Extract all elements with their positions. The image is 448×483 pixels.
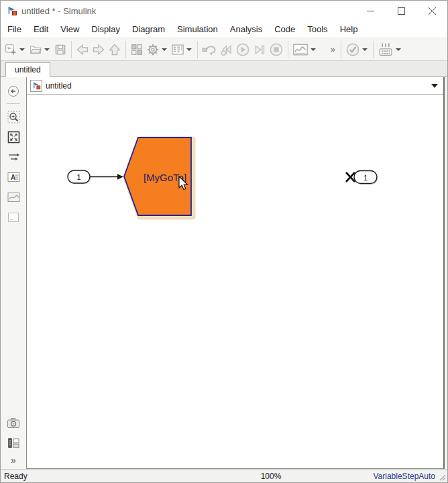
forward-button[interactable] — [91, 40, 107, 59]
camera-icon — [7, 417, 20, 429]
fast-restart-button[interactable] — [201, 40, 218, 59]
new-model-dropdown[interactable] — [19, 48, 25, 51]
data-inspector-icon — [292, 42, 309, 57]
update-diagram-dropdown[interactable] — [396, 48, 401, 51]
minimize-button[interactable] — [355, 1, 386, 21]
run-button[interactable] — [234, 40, 251, 59]
toolbar-separator — [125, 41, 126, 58]
menu-bar: File Edit View Display Diagram Simulatio… — [1, 21, 447, 38]
fit-to-view-button[interactable] — [5, 128, 22, 146]
model-advisor-check-icon — [345, 42, 360, 57]
open-folder-icon — [30, 44, 42, 56]
stop-button[interactable] — [268, 40, 285, 59]
menu-tools[interactable]: Tools — [301, 21, 333, 37]
model-configuration-dropdown[interactable] — [186, 48, 192, 51]
outport-block[interactable]: 1 — [346, 171, 378, 185]
up-button[interactable] — [107, 40, 123, 59]
image-icon — [7, 192, 20, 203]
menu-simulation[interactable]: Simulation — [171, 21, 224, 37]
palette-sidebar: A — [1, 77, 26, 469]
menu-diagram[interactable]: Diagram — [126, 21, 171, 37]
menu-file[interactable]: File — [1, 21, 27, 37]
inport-block[interactable]: 1 — [68, 170, 91, 184]
toolbar-separator — [71, 41, 72, 58]
toolbar-separator — [341, 41, 341, 58]
image-button[interactable] — [5, 189, 22, 206]
tab-untitled[interactable]: untitled — [5, 62, 50, 77]
open-button[interactable] — [27, 40, 44, 59]
simulink-window: untitled * - Simulink File Edit View Dis… — [0, 0, 448, 483]
data-inspector-button[interactable] — [291, 40, 310, 59]
annotation-icon: A — [7, 172, 20, 182]
model-configuration-button[interactable] — [170, 40, 186, 59]
menu-code[interactable]: Code — [268, 21, 301, 37]
model-settings-button[interactable] — [145, 40, 161, 59]
signal-line[interactable] — [90, 174, 123, 179]
data-inspector-dropdown[interactable] — [311, 48, 316, 51]
menu-display[interactable]: Display — [85, 21, 126, 37]
model-browser-icon — [7, 437, 20, 449]
back-circle-icon — [7, 85, 19, 97]
solver-indicator[interactable]: VariableStepAuto — [373, 472, 435, 481]
zoom-region-icon — [7, 111, 20, 123]
model-settings-dropdown[interactable] — [162, 48, 167, 51]
save-button[interactable] — [52, 40, 68, 59]
expand-button[interactable]: » — [11, 453, 16, 466]
window-controls — [355, 1, 447, 21]
zoom-region-button[interactable] — [5, 108, 22, 125]
update-diagram-button[interactable] — [376, 40, 395, 59]
signal-routing-button[interactable] — [5, 148, 22, 166]
zoom-level: 100% — [256, 472, 286, 481]
model-advisor-button[interactable] — [344, 40, 361, 59]
step-back-button[interactable] — [218, 40, 234, 59]
screenshot-button[interactable] — [5, 414, 22, 431]
menu-analysis[interactable]: Analysis — [224, 21, 268, 37]
maximize-icon — [398, 7, 405, 15]
menu-view[interactable]: View — [54, 21, 85, 37]
toolbar-separator — [288, 41, 288, 58]
arrowhead-icon — [117, 174, 123, 179]
library-browser-icon — [131, 44, 143, 56]
status-text: Ready — [1, 472, 27, 481]
open-dropdown[interactable] — [44, 48, 50, 51]
model-configuration-icon — [171, 43, 184, 56]
goto-block[interactable]: [MyGoTo] — [124, 138, 193, 217]
toolbar: » — [1, 38, 447, 61]
breadcrumb-bar: untitled — [27, 77, 443, 95]
close-button[interactable] — [416, 1, 447, 21]
menu-edit[interactable]: Edit — [27, 21, 54, 37]
library-browser-button[interactable] — [129, 40, 145, 59]
palette-bottom-group: » — [5, 413, 22, 469]
maximize-button[interactable] — [386, 1, 416, 21]
model-editor: untitled 1 — [26, 77, 445, 469]
breadcrumb-dropdown-icon[interactable] — [431, 84, 438, 88]
menu-help[interactable]: Help — [334, 21, 364, 37]
model-canvas[interactable]: 1 [MyGoTo] — [27, 95, 443, 468]
resize-grip[interactable] — [438, 473, 446, 481]
update-diagram-icon — [378, 42, 394, 57]
title-bar: untitled * - Simulink — [1, 1, 447, 21]
close-icon — [429, 7, 436, 15]
status-bar: Ready 100% VariableStepAuto — [1, 469, 447, 482]
inport-label: 1 — [76, 173, 80, 181]
step-back-icon — [219, 43, 233, 56]
stop-icon — [269, 42, 284, 57]
back-button[interactable] — [74, 40, 91, 59]
new-model-icon — [5, 44, 17, 56]
annotation-button[interactable]: A — [5, 168, 22, 186]
toolbar-overflow-chevron[interactable]: » — [328, 45, 338, 54]
breadcrumb-model-name[interactable]: untitled — [46, 81, 72, 91]
svg-text:A: A — [11, 174, 15, 181]
new-model-button[interactable] — [3, 40, 19, 59]
simulink-model-icon — [32, 81, 41, 90]
hide-browser-button[interactable] — [5, 83, 22, 100]
tab-label: untitled — [15, 65, 41, 74]
palette-separator — [7, 103, 20, 104]
viewer-box-button[interactable] — [5, 209, 22, 226]
tab-bar: untitled — [1, 61, 447, 77]
step-forward-button[interactable] — [251, 40, 268, 59]
fit-to-view-icon — [7, 131, 20, 144]
toolbar-separator — [197, 41, 198, 58]
model-browser-button[interactable] — [5, 434, 22, 451]
model-advisor-dropdown[interactable] — [362, 48, 368, 51]
